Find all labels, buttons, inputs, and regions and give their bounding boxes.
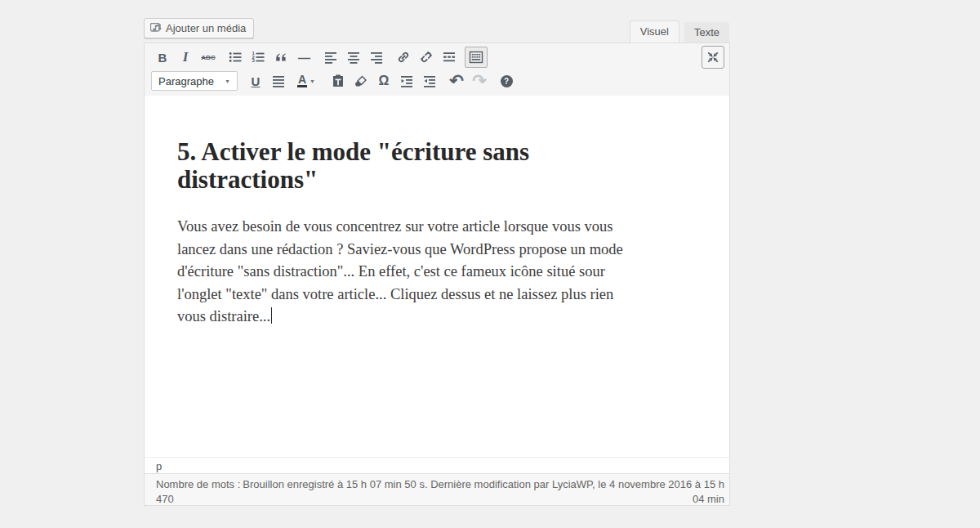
editor-toolbar: B I ABC 123 —: [144, 43, 730, 96]
text-color-caret-icon: ▼: [310, 78, 315, 84]
unlink-button[interactable]: [415, 47, 438, 68]
align-right-icon: [369, 50, 384, 65]
clear-formatting-button[interactable]: [350, 70, 372, 92]
editor-header: Ajouter un média Visuel Texte: [144, 11, 730, 43]
paste-as-text-icon: [331, 74, 345, 88]
read-more-button[interactable]: [438, 47, 461, 68]
undo-button[interactable]: ↶: [445, 70, 468, 92]
distraction-free-button[interactable]: [702, 46, 724, 69]
align-left-button[interactable]: [319, 47, 342, 68]
blockquote-icon: [274, 50, 288, 65]
redo-icon: ↷: [472, 74, 487, 87]
omega-icon: Ω: [379, 74, 390, 88]
align-center-icon: [346, 50, 361, 65]
word-count-value: 470: [156, 493, 174, 505]
indent-button[interactable]: [418, 70, 441, 92]
editor-mode-tabs: Visuel Texte: [626, 20, 730, 43]
text-color-button[interactable]: A ▼: [290, 70, 323, 92]
add-media-label: Ajouter un média: [166, 19, 246, 38]
post-paragraph: Vous avez besoin de vous concentrez sur …: [177, 216, 635, 329]
underline-button[interactable]: U: [244, 70, 267, 92]
fullscreen-icon: [706, 51, 719, 64]
italic-icon: I: [183, 49, 189, 65]
toolbar-row-2: Paragraphe ▼ U A ▼ Ω: [151, 69, 723, 92]
outdent-button[interactable]: [395, 70, 418, 92]
horizontal-rule-button[interactable]: —: [292, 47, 315, 68]
tab-visual[interactable]: Visuel: [630, 20, 679, 43]
word-count-label: Nombre de mots :: [156, 478, 240, 490]
paste-as-text-button[interactable]: [327, 70, 350, 92]
post-editor: Ajouter un média Visuel Texte B I ABC 12…: [144, 11, 730, 506]
tab-text[interactable]: Texte: [684, 21, 730, 43]
paragraph-format-label: Paragraphe: [158, 75, 222, 87]
align-right-button[interactable]: [365, 47, 388, 68]
blockquote-button[interactable]: [270, 47, 292, 68]
undo-icon: ↶: [449, 74, 464, 87]
link-icon: [396, 50, 411, 65]
horizontal-rule-icon: —: [298, 51, 310, 65]
text-cursor: [271, 307, 272, 324]
justify-icon: [271, 74, 286, 88]
strikethrough-icon: ABC: [201, 54, 215, 61]
toolbar-row-1: B I ABC 123 —: [151, 46, 723, 69]
toolbar-toggle-icon: [469, 50, 483, 65]
bullet-list-icon: [228, 50, 243, 65]
justify-button[interactable]: [267, 70, 290, 92]
insert-link-button[interactable]: [392, 47, 415, 68]
svg-text:3: 3: [252, 58, 256, 63]
italic-button[interactable]: I: [174, 47, 197, 68]
read-more-icon: [442, 50, 457, 65]
toolbar-toggle-button[interactable]: [465, 47, 488, 68]
numbered-list-button[interactable]: 123: [247, 47, 270, 68]
indent-icon: [422, 74, 437, 88]
add-media-button[interactable]: Ajouter un média: [144, 18, 254, 38]
strikethrough-button[interactable]: ABC: [197, 47, 220, 68]
redo-button[interactable]: ↷: [468, 70, 491, 92]
autosave-status: Brouillon enregistré à 15 h 07 min 50 s.…: [234, 477, 724, 507]
help-button[interactable]: ?: [495, 70, 518, 92]
numbered-list-icon: 123: [251, 50, 265, 65]
align-left-icon: [323, 50, 338, 65]
editor-content[interactable]: 5. Activer le mode "écriture sans distra…: [144, 96, 730, 457]
text-color-icon: A: [297, 74, 307, 87]
paragraph-format-select[interactable]: Paragraphe ▼: [151, 71, 238, 91]
post-heading: 5. Activer le mode "écriture sans distra…: [177, 138, 602, 194]
chevron-down-icon: ▼: [225, 78, 230, 84]
bullet-list-button[interactable]: [224, 47, 247, 68]
bold-button[interactable]: B: [151, 47, 174, 68]
post-status-info: Nombre de mots : 470 Brouillon enregistr…: [144, 473, 730, 506]
bold-icon: B: [158, 51, 167, 65]
post-paragraph-text: Vous avez besoin de vous concentrez sur …: [177, 218, 623, 324]
unlink-icon: [419, 50, 434, 65]
media-icon: [150, 23, 163, 34]
help-icon: ?: [501, 75, 513, 87]
special-character-button[interactable]: Ω: [372, 70, 395, 92]
underline-icon: U: [252, 74, 261, 88]
page: { "media_button": { "label": "Ajouter un…: [0, 0, 980, 528]
element-path-bar: p: [144, 457, 730, 473]
outdent-icon: [399, 74, 414, 88]
eraser-icon: [354, 74, 368, 88]
align-center-button[interactable]: [342, 47, 365, 68]
element-path[interactable]: p: [156, 460, 162, 472]
